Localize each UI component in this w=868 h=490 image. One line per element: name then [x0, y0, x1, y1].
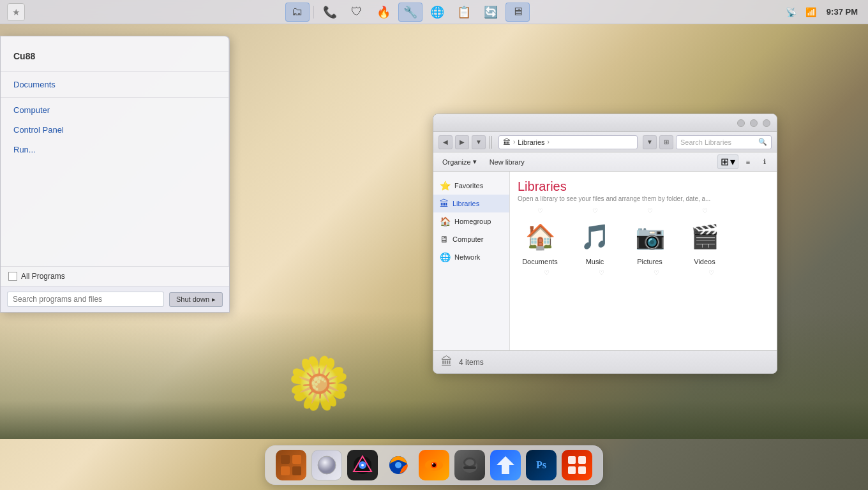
toolbar-grip [490, 136, 492, 149]
view-icons-group: ⊞ ▾ ≡ ℹ [717, 154, 772, 169]
address-refresh-btn[interactable]: ▼ [643, 135, 657, 149]
start-button[interactable]: ★ [0, 0, 32, 24]
start-menu-divider-1 [1, 71, 228, 72]
svg-rect-3 [292, 466, 301, 475]
search-programs-input[interactable] [7, 292, 164, 307]
address-bar-icon: 🏛 [503, 138, 511, 147]
sidebar-navigation: ⭐ Favorites 🏛 Libraries 🏠 Homegroup 🖥 Co… [433, 172, 510, 350]
taskbar-item-6[interactable]: 🌐 [425, 3, 449, 22]
dock-item-colorful[interactable] [347, 450, 378, 480]
start-menu-computer[interactable]: Computer [1, 100, 228, 120]
main-file-area: Libraries Open a library to see your fil… [510, 172, 777, 350]
nav-libraries-label: Libraries [453, 200, 479, 207]
nav-favorites-label: Favorites [454, 182, 483, 189]
start-menu-control-panel[interactable]: Control Panel [1, 120, 228, 140]
favorites-icon: ⭐ [440, 181, 451, 191]
new-library-button[interactable]: New library [486, 157, 528, 167]
all-programs-row: All Programs [1, 266, 229, 286]
address-bar[interactable]: 🏛 › Libraries › [498, 135, 638, 149]
application-dock: Ps [265, 445, 603, 485]
forward-button[interactable]: ▶ [455, 135, 469, 149]
taskbar-item-9[interactable]: 🖥 [505, 3, 530, 22]
start-menu-search-area: Shut down ▸ [1, 286, 229, 312]
pictures-icon: 📷 [635, 223, 665, 251]
pictures-icon-bg: 📷 [631, 218, 668, 255]
pictures-heart-icon: ♡ [647, 207, 653, 214]
dock-item-firefox[interactable] [383, 450, 414, 480]
taskbar-item-8[interactable]: 🔄 [479, 3, 503, 22]
dock-item-arrow[interactable] [490, 450, 521, 480]
start-menu-run[interactable]: Run... [1, 140, 228, 160]
back-button[interactable]: ◀ [438, 135, 453, 149]
address-bar-text: Libraries [518, 138, 544, 146]
nav-item-favorites[interactable]: ⭐ Favorites [433, 177, 509, 195]
dock-item-photoshop[interactable]: Ps [526, 450, 557, 480]
dock-item-silver[interactable] [311, 450, 342, 480]
second-row-heart-3: ♡ [634, 269, 678, 276]
nav-homegroup-label: Homegroup [454, 218, 491, 225]
dock-item-grid[interactable] [562, 450, 592, 480]
window-maximize-btn[interactable] [750, 119, 758, 127]
nav-item-homegroup[interactable]: 🏠 Homegroup [433, 212, 509, 230]
info-button[interactable]: ℹ [758, 155, 772, 169]
nav-item-network[interactable]: 🌐 Network [433, 248, 509, 266]
library-item-pictures[interactable]: ♡ 📷 Pictures [627, 207, 672, 265]
window-nav-toolbar: ◀ ▶ ▼ 🏛 › Libraries › ▼ ⊞ Search Librari… [433, 132, 777, 152]
music-label: Music [586, 258, 604, 265]
all-programs-button[interactable]: All Programs [8, 272, 65, 281]
start-menu-documents[interactable]: Documents [1, 75, 228, 94]
second-row-heart-2: ♡ [579, 269, 624, 276]
svg-rect-2 [281, 466, 290, 475]
nav-computer-label: Computer [453, 235, 483, 243]
explorer-search-bar[interactable]: Search Libraries 🔍 [676, 135, 772, 149]
svg-rect-21 [578, 456, 586, 464]
library-item-documents[interactable]: ♡ 🏠 Documents [518, 207, 562, 265]
window-minimize-btn[interactable] [737, 119, 745, 127]
shutdown-button[interactable]: Shut down ▸ [169, 292, 223, 307]
shutdown-arrow: ▸ [212, 295, 216, 304]
system-clock: 9:37 PM [823, 6, 862, 18]
dock-item-helmet[interactable] [454, 450, 485, 480]
window-titlebar [433, 114, 777, 132]
top-taskbar: ★ 🗂 📞 🛡 🔥 🔧 🌐 📋 🔄 🖥 📡 📶 9:37 PM [0, 0, 868, 24]
preview-btn[interactable]: ⊞ [659, 135, 673, 149]
all-programs-checkbox[interactable] [8, 272, 17, 281]
dock-item-woodblocks[interactable] [276, 450, 306, 480]
system-tray: 📡 📶 9:37 PM [783, 6, 868, 19]
music-heart-icon: ♡ [592, 207, 598, 214]
start-menu-main: Cu88 Documents Computer Control Panel Ru… [1, 36, 229, 266]
view-dropdown-arrow: ▾ [730, 156, 735, 168]
computer-icon: 🖥 [440, 234, 449, 244]
organize-button[interactable]: Organize ▾ [438, 156, 481, 167]
taskbar-running-items: 🗂 📞 🛡 🔥 🔧 🌐 📋 🔄 🖥 [32, 3, 783, 22]
view-details-btn[interactable]: ≡ [741, 155, 755, 169]
svg-rect-22 [568, 466, 576, 474]
taskbar-item-2[interactable]: 📞 [318, 3, 342, 22]
taskbar-item-5[interactable]: 🔧 [398, 3, 423, 22]
search-icon: 🔍 [758, 138, 767, 146]
svg-rect-20 [568, 456, 576, 464]
taskbar-item-3[interactable]: 🛡 [345, 3, 369, 22]
library-item-music[interactable]: ♡ 🎵 Music [572, 207, 617, 265]
dock-item-orange-eye[interactable] [419, 450, 449, 480]
up-button[interactable]: ▼ [472, 135, 486, 149]
library-item-videos[interactable]: ♡ 🎬 Videos [682, 207, 727, 265]
address-chevron-2: › [548, 138, 550, 145]
taskbar-item-4[interactable]: 🔥 [371, 3, 396, 22]
taskbar-item-1[interactable]: 🗂 [285, 3, 310, 22]
nav-item-libraries[interactable]: 🏛 Libraries [433, 195, 509, 212]
taskbar-item-7[interactable]: 📋 [452, 3, 476, 22]
window-close-btn[interactable] [763, 119, 770, 127]
videos-icon: 🎬 [691, 223, 719, 250]
start-star-icon[interactable]: ★ [7, 3, 25, 21]
second-row-heart-1: ♡ [524, 269, 569, 276]
start-menu-items: Cu88 Documents Computer Control Panel Ru… [1, 36, 229, 266]
svg-rect-0 [281, 455, 290, 464]
organize-arrow: ▾ [473, 158, 477, 166]
music-icon: 🎵 [580, 223, 610, 251]
start-menu: Cu88 Documents Computer Control Panel Ru… [0, 36, 230, 313]
nav-item-computer[interactable]: 🖥 Computer [433, 230, 509, 248]
svg-rect-23 [578, 466, 586, 474]
status-bar: 🏛 4 items [433, 350, 777, 373]
view-dropdown[interactable]: ⊞ ▾ [717, 154, 738, 169]
